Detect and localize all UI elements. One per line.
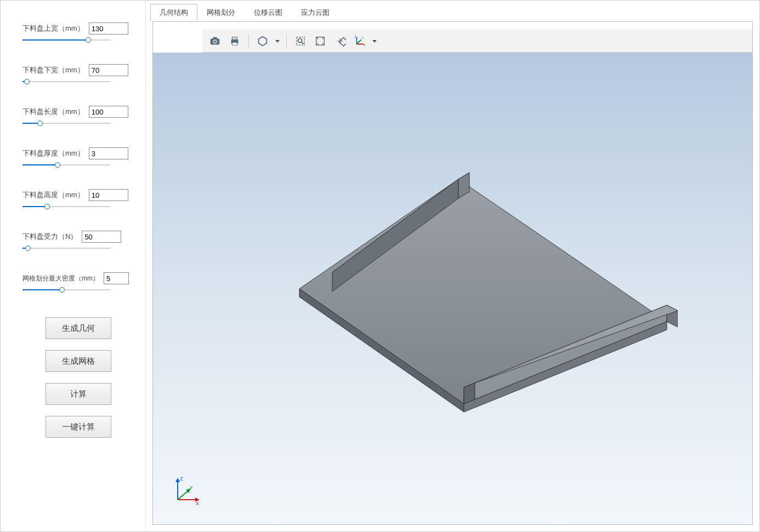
corner-axis-triad: Z Y X bbox=[169, 475, 202, 508]
tab-1[interactable]: 网格划分 bbox=[197, 4, 245, 21]
param-input-0[interactable] bbox=[89, 22, 128, 35]
main-panel: 几何结构网格划分位移云图应力云图 bbox=[146, 1, 759, 531]
print-button[interactable] bbox=[226, 33, 243, 49]
svg-rect-5 bbox=[232, 37, 237, 39]
param-label-3: 下料盘厚度（mm） bbox=[22, 148, 84, 158]
param-input-4[interactable] bbox=[89, 189, 128, 201]
param-input-1[interactable] bbox=[89, 64, 128, 76]
param-row-3: 下料盘厚度（mm） bbox=[22, 147, 134, 168]
slider-4[interactable] bbox=[22, 203, 110, 210]
svg-rect-6 bbox=[232, 42, 237, 45]
zoom-area-button[interactable] bbox=[292, 33, 309, 49]
app-root: 下料盘上宽（mm）下料盘下宽（mm）下料盘长度（mm）下料盘厚度（mm）下料盘高… bbox=[0, 0, 760, 532]
axis-z-label: Z bbox=[180, 476, 183, 482]
param-row-2: 下料盘长度（mm） bbox=[22, 106, 134, 127]
slider-1[interactable] bbox=[22, 78, 110, 85]
param-input-2[interactable] bbox=[89, 106, 128, 118]
compute-button[interactable]: 计算 bbox=[46, 383, 111, 405]
param-row-0: 下料盘上宽（mm） bbox=[22, 22, 134, 43]
svg-point-3 bbox=[214, 40, 216, 42]
tab-bar: 几何结构网格划分位移云图应力云图 bbox=[146, 1, 759, 21]
snapshot-button[interactable] bbox=[207, 33, 223, 49]
param-input-5[interactable] bbox=[82, 231, 121, 243]
action-button-group: 生成几何 生成网格 计算 一键计算 bbox=[22, 317, 134, 438]
slider-2[interactable] bbox=[22, 120, 110, 127]
param-label-2: 下料盘长度（mm） bbox=[22, 107, 84, 117]
param-row-5: 下料盘受力（N） bbox=[22, 231, 134, 251]
svg-line-11 bbox=[302, 42, 304, 44]
param-label-0: 下料盘上宽（mm） bbox=[22, 24, 84, 33]
svg-text:Y: Y bbox=[362, 36, 364, 39]
svg-text:X: X bbox=[363, 43, 365, 47]
generate-geometry-button[interactable]: 生成几何 bbox=[46, 317, 111, 339]
param-label-5: 下料盘受力（N） bbox=[22, 232, 77, 242]
viewer-toolbar: Z Y X bbox=[202, 30, 752, 53]
fit-view-button[interactable] bbox=[312, 33, 328, 49]
axis-dropdown[interactable] bbox=[371, 38, 378, 44]
slider-0[interactable] bbox=[22, 37, 110, 43]
svg-line-35 bbox=[178, 490, 189, 500]
slider-3[interactable] bbox=[22, 162, 110, 168]
svg-rect-1 bbox=[213, 37, 217, 39]
tab-2[interactable]: 位移云图 bbox=[245, 4, 292, 21]
param-input-3[interactable] bbox=[89, 147, 128, 159]
geometry-model bbox=[228, 146, 678, 431]
render-mode-button[interactable] bbox=[254, 33, 271, 49]
one-click-compute-button[interactable]: 一键计算 bbox=[46, 416, 111, 438]
param-row-4: 下料盘高度（mm） bbox=[22, 189, 134, 210]
axis-triad-button[interactable]: Z Y X bbox=[351, 33, 368, 49]
svg-marker-32 bbox=[175, 478, 180, 482]
svg-marker-8 bbox=[275, 40, 280, 43]
render-mode-dropdown[interactable] bbox=[274, 38, 281, 44]
param-label-1: 下料盘下宽（mm） bbox=[22, 65, 84, 75]
sidebar: 下料盘上宽（mm）下料盘下宽（mm）下料盘长度（mm）下料盘厚度（mm）下料盘高… bbox=[1, 1, 146, 531]
param-row-1: 下料盘下宽（mm） bbox=[22, 64, 134, 85]
svg-marker-20 bbox=[372, 40, 377, 43]
tab-3[interactable]: 应力云图 bbox=[292, 4, 339, 21]
axis-x-label: X bbox=[196, 501, 199, 506]
param-input-mesh[interactable] bbox=[104, 272, 129, 284]
svg-line-16 bbox=[357, 39, 361, 44]
svg-marker-7 bbox=[259, 36, 267, 45]
svg-point-10 bbox=[298, 38, 302, 42]
viewer-container: Z Y X bbox=[152, 21, 753, 525]
svg-marker-21 bbox=[299, 179, 667, 404]
param-label-mesh: 网格划分最大密度（mm） bbox=[22, 274, 99, 283]
slider-5[interactable] bbox=[22, 245, 110, 251]
slider-mesh[interactable] bbox=[22, 287, 110, 293]
viewport-3d[interactable]: Z Y X bbox=[153, 53, 752, 524]
tab-0[interactable]: 几何结构 bbox=[150, 4, 197, 21]
generate-mesh-button[interactable]: 生成网格 bbox=[46, 350, 111, 372]
param-row-mesh: 网格划分最大密度（mm） bbox=[22, 272, 134, 293]
param-label-4: 下料盘高度（mm） bbox=[22, 190, 84, 200]
isometric-view-button[interactable] bbox=[332, 33, 348, 49]
axis-y-label: Y bbox=[190, 485, 193, 490]
